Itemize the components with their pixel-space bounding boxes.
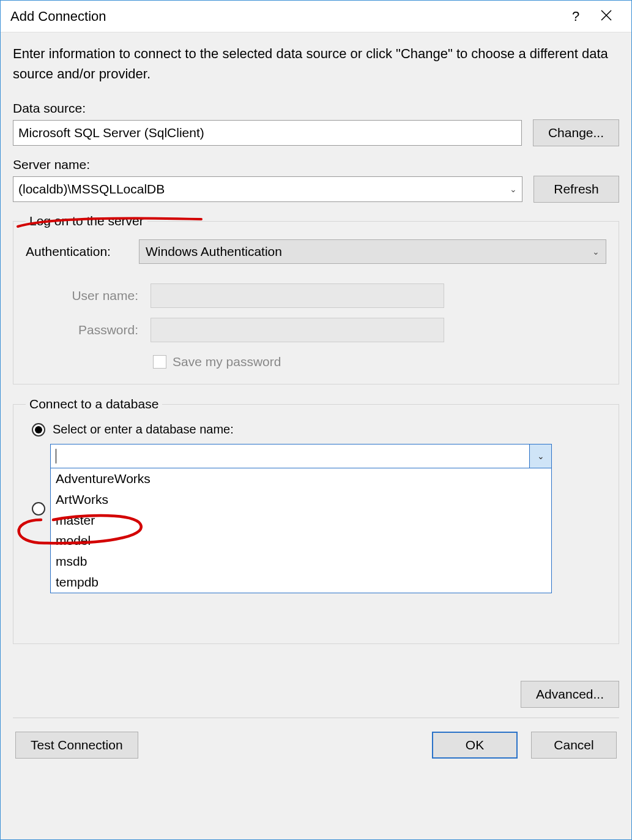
ok-button[interactable]: OK: [432, 732, 518, 759]
advanced-button[interactable]: Advanced...: [521, 681, 619, 708]
database-name-combobox[interactable]: ⌄: [50, 444, 552, 468]
help-button[interactable]: ?: [560, 9, 591, 24]
database-option[interactable]: master: [51, 510, 551, 531]
logon-panel: Log on to the server Authentication: Win…: [13, 214, 619, 384]
select-database-label: Select or enter a database name:: [53, 422, 234, 437]
server-name-value: (localdb)\MSSQLLocalDB: [18, 182, 165, 197]
dialog-footer: Test Connection OK Cancel: [1, 718, 631, 772]
authentication-combobox[interactable]: Windows Authentication ⌄: [139, 239, 606, 264]
database-panel: Connect to a database Select or enter a …: [13, 397, 619, 644]
logon-legend: Log on to the server: [26, 214, 147, 228]
chevron-down-icon: ⌄: [510, 184, 517, 194]
save-password-checkbox: [153, 355, 166, 369]
change-button[interactable]: Change...: [533, 119, 619, 146]
save-password-label: Save my password: [173, 354, 281, 369]
data-source-value: Microsoft SQL Server (SqlClient): [18, 126, 204, 140]
database-option[interactable]: msdb: [51, 551, 551, 572]
test-connection-button[interactable]: Test Connection: [15, 732, 138, 759]
data-source-field: Microsoft SQL Server (SqlClient): [13, 120, 522, 146]
chevron-down-icon: ⌄: [592, 247, 600, 257]
titlebar: Add Connection ?: [1, 1, 631, 32]
database-option[interactable]: AdventureWorks: [51, 468, 551, 489]
authentication-value: Windows Authentication: [146, 244, 282, 259]
database-dropdown-list: AdventureWorks ArtWorks master model msd…: [50, 468, 552, 593]
username-label: User name:: [53, 288, 138, 303]
database-option[interactable]: tempdb: [51, 572, 551, 593]
server-name-label: Server name:: [13, 157, 619, 172]
server-name-combobox[interactable]: (localdb)\MSSQLLocalDB ⌄: [13, 176, 522, 202]
add-connection-dialog: Add Connection ? Enter information to co…: [0, 0, 632, 840]
attach-database-radio[interactable]: [32, 502, 45, 516]
close-icon: [601, 10, 612, 21]
password-label: Password:: [53, 323, 138, 337]
database-legend: Connect to a database: [26, 397, 162, 411]
select-database-radio[interactable]: [32, 423, 45, 437]
close-button[interactable]: [591, 9, 622, 24]
username-input: [151, 283, 444, 308]
database-option[interactable]: model: [51, 530, 551, 551]
chevron-down-icon[interactable]: ⌄: [529, 444, 551, 468]
refresh-button[interactable]: Refresh: [533, 176, 619, 203]
database-option[interactable]: ArtWorks: [51, 489, 551, 510]
intro-text: Enter information to connect to the sele…: [13, 43, 619, 84]
password-input: [151, 318, 444, 342]
cancel-button[interactable]: Cancel: [531, 732, 617, 759]
authentication-label: Authentication:: [26, 244, 127, 259]
dialog-title: Add Connection: [10, 9, 560, 24]
data-source-label: Data source:: [13, 101, 619, 116]
